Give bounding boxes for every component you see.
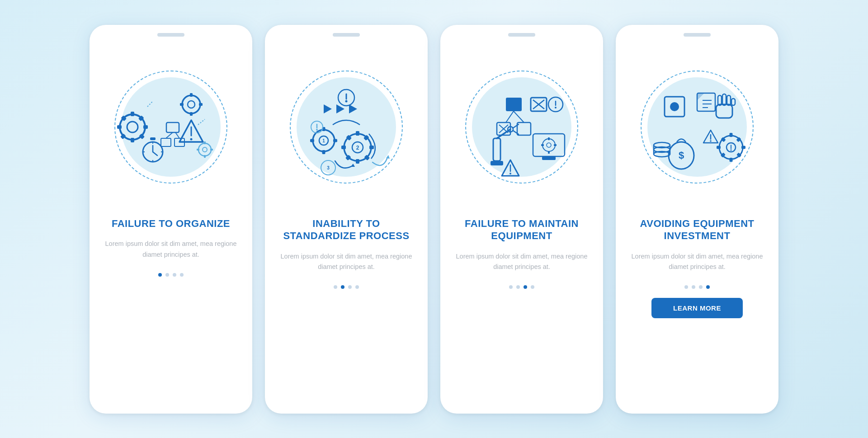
svg-text:3: 3 [327,165,330,170]
dot-2-2 [341,285,344,289]
dot-2-1 [334,285,337,289]
dot-1-1 [158,273,162,277]
svg-point-20 [203,147,207,152]
svg-rect-99 [554,144,557,146]
dot-3-2 [516,285,520,289]
svg-rect-124 [741,146,745,149]
svg-rect-125 [717,146,721,149]
card-3-title: FAILURE TO MAINTAIN EQUIPMENT [440,217,603,242]
dot-4-4 [706,285,710,289]
svg-rect-83 [517,122,531,135]
svg-marker-70 [386,155,390,159]
svg-rect-48 [310,139,314,142]
svg-text:$: $ [679,150,684,161]
svg-rect-85 [491,161,503,165]
svg-point-11 [188,101,195,108]
dot-1-2 [165,273,169,277]
svg-rect-105 [722,94,726,105]
svg-point-19 [198,143,211,156]
svg-rect-14 [199,103,203,106]
svg-rect-3 [131,138,134,142]
svg-rect-4 [143,125,148,129]
phone-card-1: FAILURE TO ORGANIZE Lorem ipsum dolor si… [90,25,252,414]
svg-point-1 [127,122,138,132]
svg-rect-84 [493,138,500,161]
pagination-dots-2 [334,285,359,289]
svg-rect-26 [161,138,171,146]
learn-more-button[interactable]: LEARN MORE [651,298,743,318]
pagination-dots-4 [684,285,710,289]
svg-line-28 [166,132,173,138]
svg-marker-69 [351,164,355,167]
card-4-body: Lorem ipsum dolor sit dim amet, mea regi… [616,251,778,273]
dot-1-3 [173,273,176,277]
svg-rect-100 [541,144,544,146]
dot-3-3 [524,285,527,289]
dot-3-4 [531,285,534,289]
svg-point-92 [509,173,511,174]
svg-rect-24 [197,149,199,151]
svg-rect-123 [730,158,733,162]
svg-line-38 [147,101,153,107]
svg-line-29 [175,132,179,138]
card-3-body: Lorem ipsum dolor sit dim amet, mea regi… [440,251,603,273]
svg-marker-40 [324,104,332,113]
svg-line-32 [153,152,157,155]
svg-rect-2 [131,112,134,116]
svg-rect-15 [180,103,184,106]
phone-card-4: $ [616,25,778,414]
svg-point-63 [345,100,348,102]
svg-point-96 [547,143,551,147]
svg-point-18 [190,138,193,140]
svg-point-95 [542,139,555,151]
dot-4-2 [692,285,695,289]
illustration-svg-4: $ [634,64,760,190]
dot-2-4 [355,285,359,289]
svg-line-79 [514,111,524,122]
svg-rect-53 [356,159,359,164]
phone-card-3: FAILURE TO MAINTAIN EQUIPMENT Lorem ipsu… [440,25,603,414]
card-1-body: Lorem ipsum dolor sit dim amet, mea regi… [90,239,252,260]
illustration-svg-3 [458,64,585,190]
phone-notch [157,33,184,37]
svg-rect-12 [190,93,193,97]
svg-rect-13 [190,112,193,116]
illustration-area-2: 1 2 [265,37,428,217]
dot-4-3 [699,285,703,289]
svg-rect-103 [716,104,732,118]
phone-notch-4 [684,33,711,37]
cards-container: FAILURE TO ORGANIZE Lorem ipsum dolor si… [71,7,797,432]
phone-notch-2 [333,33,360,37]
svg-rect-25 [166,122,179,132]
illustration-svg-1 [108,64,234,190]
svg-point-131 [731,149,732,151]
svg-rect-5 [117,125,122,129]
card-4-title: AVOIDING EQUIPMENT INVESTMENT [616,217,778,242]
svg-marker-133 [697,93,704,100]
svg-rect-71 [506,98,522,111]
svg-rect-47 [333,139,337,142]
illustration-svg-2: 1 2 [283,64,410,190]
svg-point-77 [555,107,557,108]
card-2-title: INABILITY TO STANDARDIZE PROCESS [265,217,428,242]
phone-notch-3 [508,33,535,37]
svg-rect-52 [356,131,359,136]
dot-4-1 [684,285,688,289]
svg-text:2: 2 [356,145,359,151]
svg-text:1: 1 [322,138,325,143]
svg-rect-23 [210,149,213,151]
phone-card-2: 1 2 [265,25,428,414]
dot-3-1 [509,285,513,289]
svg-line-39 [198,119,205,125]
svg-rect-21 [204,141,206,144]
svg-point-102 [670,102,679,111]
svg-rect-55 [341,146,346,149]
svg-rect-107 [731,99,735,105]
svg-rect-37 [150,137,156,140]
svg-point-10 [182,95,200,113]
svg-point-119 [710,140,712,142]
pagination-dots-1 [158,273,184,277]
svg-rect-122 [730,133,733,137]
svg-point-68 [316,129,318,131]
svg-marker-42 [349,104,357,113]
